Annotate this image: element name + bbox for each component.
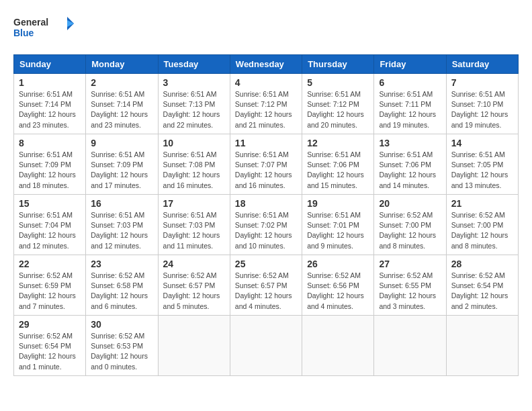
day-number: 17 xyxy=(163,198,225,209)
day-detail: Sunrise: 6:51 AM Sunset: 7:09 PM Dayligh… xyxy=(91,150,152,191)
day-detail: Sunrise: 6:51 AM Sunset: 7:02 PM Dayligh… xyxy=(235,210,297,251)
col-header-saturday: Saturday xyxy=(446,55,518,74)
day-detail: Sunrise: 6:51 AM Sunset: 7:06 PM Dayligh… xyxy=(379,150,441,191)
day-cell: 5Sunrise: 6:51 AM Sunset: 7:12 PM Daylig… xyxy=(302,74,374,134)
day-detail: Sunrise: 6:51 AM Sunset: 7:12 PM Dayligh… xyxy=(307,89,369,130)
day-cell xyxy=(446,316,518,376)
day-detail: Sunrise: 6:52 AM Sunset: 6:57 PM Dayligh… xyxy=(235,271,297,312)
day-number: 4 xyxy=(235,77,297,88)
logo-svg: General Blue xyxy=(13,13,74,44)
week-row-5: 29Sunrise: 6:52 AM Sunset: 6:54 PM Dayli… xyxy=(14,316,519,376)
day-cell: 14Sunrise: 6:51 AM Sunset: 7:05 PM Dayli… xyxy=(446,134,518,195)
day-cell: 11Sunrise: 6:51 AM Sunset: 7:07 PM Dayli… xyxy=(230,134,302,195)
day-number: 20 xyxy=(379,198,441,209)
day-detail: Sunrise: 6:52 AM Sunset: 6:57 PM Dayligh… xyxy=(163,271,225,312)
day-number: 12 xyxy=(307,138,369,148)
day-number: 27 xyxy=(379,259,441,269)
day-number: 10 xyxy=(163,138,225,148)
day-detail: Sunrise: 6:52 AM Sunset: 6:54 PM Dayligh… xyxy=(19,331,81,372)
day-cell: 8Sunrise: 6:51 AM Sunset: 7:09 PM Daylig… xyxy=(14,134,86,195)
day-detail: Sunrise: 6:51 AM Sunset: 7:11 PM Dayligh… xyxy=(379,89,441,130)
day-detail: Sunrise: 6:51 AM Sunset: 7:03 PM Dayligh… xyxy=(91,210,152,251)
day-detail: Sunrise: 6:51 AM Sunset: 7:06 PM Dayligh… xyxy=(307,150,369,191)
day-cell: 18Sunrise: 6:51 AM Sunset: 7:02 PM Dayli… xyxy=(230,195,302,255)
svg-text:General: General xyxy=(13,17,48,28)
week-row-1: 1Sunrise: 6:51 AM Sunset: 7:14 PM Daylig… xyxy=(14,74,519,134)
day-cell xyxy=(374,316,446,376)
day-detail: Sunrise: 6:51 AM Sunset: 7:08 PM Dayligh… xyxy=(163,150,225,191)
page-header: General Blue xyxy=(13,13,519,44)
day-cell xyxy=(230,316,302,376)
day-detail: Sunrise: 6:52 AM Sunset: 6:59 PM Dayligh… xyxy=(19,271,81,312)
day-cell: 21Sunrise: 6:52 AM Sunset: 7:00 PM Dayli… xyxy=(446,195,518,255)
header-row: SundayMondayTuesdayWednesdayThursdayFrid… xyxy=(14,55,519,74)
day-cell: 17Sunrise: 6:51 AM Sunset: 7:03 PM Dayli… xyxy=(158,195,230,255)
week-row-4: 22Sunrise: 6:52 AM Sunset: 6:59 PM Dayli… xyxy=(14,255,519,316)
day-detail: Sunrise: 6:51 AM Sunset: 7:13 PM Dayligh… xyxy=(163,89,225,130)
day-detail: Sunrise: 6:52 AM Sunset: 6:54 PM Dayligh… xyxy=(451,271,513,312)
day-number: 5 xyxy=(307,77,369,88)
day-detail: Sunrise: 6:52 AM Sunset: 6:56 PM Dayligh… xyxy=(307,271,369,312)
day-detail: Sunrise: 6:51 AM Sunset: 7:07 PM Dayligh… xyxy=(235,150,297,191)
day-number: 22 xyxy=(19,259,81,269)
day-cell: 19Sunrise: 6:51 AM Sunset: 7:01 PM Dayli… xyxy=(302,195,374,255)
day-cell: 13Sunrise: 6:51 AM Sunset: 7:06 PM Dayli… xyxy=(374,134,446,195)
day-detail: Sunrise: 6:52 AM Sunset: 6:58 PM Dayligh… xyxy=(91,271,152,312)
day-cell: 24Sunrise: 6:52 AM Sunset: 6:57 PM Dayli… xyxy=(158,255,230,316)
day-number: 18 xyxy=(235,198,297,209)
day-cell: 27Sunrise: 6:52 AM Sunset: 6:55 PM Dayli… xyxy=(374,255,446,316)
day-number: 3 xyxy=(163,77,225,88)
col-header-thursday: Thursday xyxy=(302,55,374,74)
day-cell xyxy=(302,316,374,376)
day-cell: 15Sunrise: 6:51 AM Sunset: 7:04 PM Dayli… xyxy=(14,195,86,255)
day-detail: Sunrise: 6:51 AM Sunset: 7:14 PM Dayligh… xyxy=(91,89,152,130)
day-number: 24 xyxy=(163,259,225,269)
calendar-table: SundayMondayTuesdayWednesdayThursdayFrid… xyxy=(13,54,519,376)
day-cell: 10Sunrise: 6:51 AM Sunset: 7:08 PM Dayli… xyxy=(158,134,230,195)
day-cell: 30Sunrise: 6:52 AM Sunset: 6:53 PM Dayli… xyxy=(86,316,158,376)
day-cell: 29Sunrise: 6:52 AM Sunset: 6:54 PM Dayli… xyxy=(14,316,86,376)
day-number: 6 xyxy=(379,77,441,88)
day-cell: 4Sunrise: 6:51 AM Sunset: 7:12 PM Daylig… xyxy=(230,74,302,134)
col-header-wednesday: Wednesday xyxy=(230,55,302,74)
day-number: 19 xyxy=(307,198,369,209)
day-cell xyxy=(158,316,230,376)
day-detail: Sunrise: 6:51 AM Sunset: 7:14 PM Dayligh… xyxy=(19,89,81,130)
day-cell: 3Sunrise: 6:51 AM Sunset: 7:13 PM Daylig… xyxy=(158,74,230,134)
day-cell: 6Sunrise: 6:51 AM Sunset: 7:11 PM Daylig… xyxy=(374,74,446,134)
day-detail: Sunrise: 6:52 AM Sunset: 7:00 PM Dayligh… xyxy=(451,210,513,251)
day-number: 13 xyxy=(379,138,441,148)
day-number: 2 xyxy=(91,77,152,88)
col-header-sunday: Sunday xyxy=(14,55,86,74)
col-header-monday: Monday xyxy=(86,55,158,74)
day-cell: 12Sunrise: 6:51 AM Sunset: 7:06 PM Dayli… xyxy=(302,134,374,195)
day-cell: 7Sunrise: 6:51 AM Sunset: 7:10 PM Daylig… xyxy=(446,74,518,134)
day-detail: Sunrise: 6:51 AM Sunset: 7:05 PM Dayligh… xyxy=(451,150,513,191)
day-detail: Sunrise: 6:51 AM Sunset: 7:03 PM Dayligh… xyxy=(163,210,225,251)
day-number: 9 xyxy=(91,138,152,148)
day-cell: 16Sunrise: 6:51 AM Sunset: 7:03 PM Dayli… xyxy=(86,195,158,255)
day-number: 29 xyxy=(19,319,81,330)
day-detail: Sunrise: 6:52 AM Sunset: 6:55 PM Dayligh… xyxy=(379,271,441,312)
day-cell: 9Sunrise: 6:51 AM Sunset: 7:09 PM Daylig… xyxy=(86,134,158,195)
day-cell: 25Sunrise: 6:52 AM Sunset: 6:57 PM Dayli… xyxy=(230,255,302,316)
day-number: 7 xyxy=(451,77,513,88)
day-cell: 23Sunrise: 6:52 AM Sunset: 6:58 PM Dayli… xyxy=(86,255,158,316)
day-cell: 22Sunrise: 6:52 AM Sunset: 6:59 PM Dayli… xyxy=(14,255,86,316)
day-detail: Sunrise: 6:51 AM Sunset: 7:10 PM Dayligh… xyxy=(451,89,513,130)
day-number: 15 xyxy=(19,198,81,209)
day-detail: Sunrise: 6:51 AM Sunset: 7:01 PM Dayligh… xyxy=(307,210,369,251)
week-row-3: 15Sunrise: 6:51 AM Sunset: 7:04 PM Dayli… xyxy=(14,195,519,255)
day-cell: 20Sunrise: 6:52 AM Sunset: 7:00 PM Dayli… xyxy=(374,195,446,255)
col-header-tuesday: Tuesday xyxy=(158,55,230,74)
svg-text:Blue: Blue xyxy=(13,28,34,38)
day-number: 21 xyxy=(451,198,513,209)
day-detail: Sunrise: 6:52 AM Sunset: 7:00 PM Dayligh… xyxy=(379,210,441,251)
day-cell: 1Sunrise: 6:51 AM Sunset: 7:14 PM Daylig… xyxy=(14,74,86,134)
day-number: 16 xyxy=(91,198,152,209)
day-number: 14 xyxy=(451,138,513,148)
day-number: 26 xyxy=(307,259,369,269)
day-detail: Sunrise: 6:51 AM Sunset: 7:12 PM Dayligh… xyxy=(235,89,297,130)
day-cell: 2Sunrise: 6:51 AM Sunset: 7:14 PM Daylig… xyxy=(86,74,158,134)
day-detail: Sunrise: 6:52 AM Sunset: 6:53 PM Dayligh… xyxy=(91,331,152,372)
